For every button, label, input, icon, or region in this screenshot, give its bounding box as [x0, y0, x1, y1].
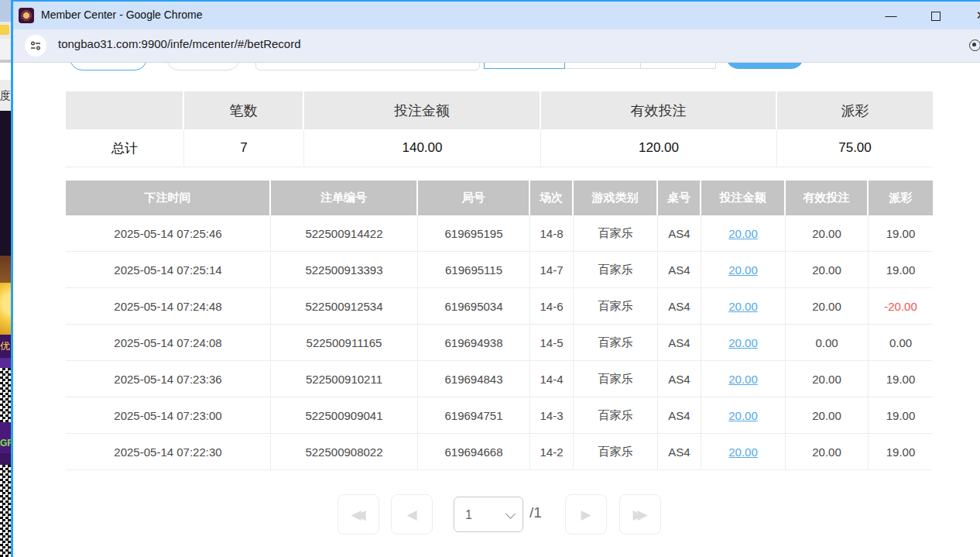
game-type-cell: 百家乐 [574, 361, 658, 397]
filter-tab[interactable] [166, 63, 240, 70]
background-fragment [0, 256, 11, 283]
bet-time-cell: 2025-05-14 07:22:30 [66, 434, 271, 470]
table-no-cell: AS4 [658, 288, 701, 325]
bet-id-cell: 522500913393 [271, 252, 418, 288]
game-type-cell: 百家乐 [574, 434, 658, 470]
folder-icon [0, 25, 9, 35]
table-no-cell: AS4 [658, 252, 701, 288]
bet-amount-value[interactable]: 20.00 [728, 227, 758, 240]
bet-amount-link[interactable]: 20.00 [701, 215, 786, 252]
session-cell: 14-4 [530, 361, 574, 397]
url-bar[interactable]: tongbao31.com:9900/infe/mcenter/#/betRec… [13, 29, 980, 63]
last-page-button[interactable]: ▶▶ [619, 494, 661, 535]
window-title: Member Center - Google Chrome [41, 9, 203, 21]
bet-amount-value[interactable]: 20.00 [728, 263, 758, 277]
bet-amount-value[interactable]: 20.00 [728, 445, 758, 459]
payout-cell: 19.00 [869, 397, 933, 434]
session-cell: 14-5 [530, 325, 574, 361]
bet-time-cell: 2025-05-14 07:24:48 [66, 288, 271, 325]
bet-table-body: 2025-05-14 07:25:46522500914422619695195… [66, 215, 933, 470]
header-bet-amount: 投注金额 [701, 181, 786, 215]
background-fragment [0, 453, 11, 465]
summary-total-row: 总计 7 140.00 120.00 75.00 [66, 129, 933, 167]
bet-id-cell: 522500911165 [271, 325, 418, 361]
search-button[interactable] [726, 63, 804, 69]
valid-bet-cell: 20.00 [786, 361, 869, 397]
summary-header-blank [66, 91, 184, 129]
date-range-input[interactable] [255, 63, 480, 70]
round-cell: 619695034 [418, 288, 530, 325]
valid-bet-cell: 20.00 [786, 288, 869, 325]
bet-amount-link[interactable]: 20.00 [701, 434, 786, 470]
bet-amount-value[interactable]: 20.00 [728, 373, 758, 386]
bet-amount-link[interactable]: 20.00 [701, 361, 786, 397]
header-table-no: 桌号 [658, 181, 701, 215]
bet-id-cell: 522500914422 [271, 215, 418, 252]
bet-amount-value[interactable]: 20.00 [728, 300, 758, 313]
session-cell: 14-2 [530, 434, 574, 470]
first-page-button[interactable]: ◀◀ [338, 494, 379, 535]
bet-id-cell: 522500912534 [271, 288, 418, 325]
summary-total-bet-amount: 140.00 [304, 129, 541, 167]
header-payout: 派彩 [869, 181, 933, 215]
payout-cell: 0.00 [869, 325, 933, 361]
table-row: 2025-05-14 07:23:36522500910211619694843… [66, 361, 933, 397]
payout-cell: -20.00 [869, 288, 933, 325]
screen: { "browser": { "title": "Member Center -… [0, 0, 980, 557]
background-text-fragment: 优 [0, 335, 11, 358]
background-fragment [0, 39, 11, 60]
bet-amount-link[interactable]: 20.00 [701, 397, 786, 434]
payout-cell: 19.00 [869, 361, 933, 397]
site-favicon-icon [19, 8, 34, 23]
table-no-cell: AS4 [658, 325, 701, 361]
filter-tab-active[interactable] [70, 63, 147, 70]
bet-amount-value[interactable]: 20.00 [728, 409, 758, 422]
maximize-button[interactable] [921, 2, 951, 29]
session-cell: 14-8 [530, 215, 574, 252]
url-text[interactable]: tongbao31.com:9900/infe/mcenter/#/betRec… [58, 37, 301, 50]
bet-amount-value[interactable]: 20.00 [728, 336, 758, 349]
table-no-cell: AS4 [658, 397, 701, 434]
table-no-cell: AS4 [658, 215, 701, 252]
bet-table-header-row: 下注时间 注单编号 局号 场次 游戏类别 桌号 投注金额 有效投注 派彩 [66, 181, 933, 215]
qr-code-fragment [0, 465, 11, 557]
next-page-button[interactable]: ▶ [565, 494, 607, 535]
summary-total-payout: 75.00 [777, 129, 933, 167]
minimize-button[interactable]: — [876, 2, 906, 29]
session-cell: 14-6 [530, 288, 574, 325]
background-fragment [0, 358, 11, 368]
background-text-fragment: 度 [0, 80, 11, 111]
quick-range-button[interactable] [564, 63, 641, 69]
bet-time-cell: 2025-05-14 07:25:14 [66, 252, 271, 288]
payout-cell: 19.00 [869, 215, 933, 252]
header-bet-id: 注单编号 [271, 181, 418, 215]
payout-cell: 19.00 [869, 434, 933, 470]
session-cell: 14-7 [530, 252, 574, 288]
table-row: 2025-05-14 07:25:46522500914422619695195… [66, 215, 933, 252]
close-button[interactable]: ✕ [966, 2, 980, 29]
prev-page-button[interactable]: ◀ [391, 494, 433, 535]
qr-code-fragment [0, 368, 11, 422]
bet-amount-link[interactable]: 20.00 [701, 252, 786, 288]
background-fragment [0, 422, 11, 434]
table-row: 2025-05-14 07:22:30522500908022619694668… [66, 434, 933, 470]
quick-range-button-active[interactable] [484, 63, 565, 69]
valid-bet-cell: 20.00 [786, 397, 869, 434]
bet-amount-link[interactable]: 20.00 [701, 325, 786, 361]
game-type-cell: 百家乐 [574, 288, 658, 325]
summary-header-row: 笔数 投注金额 有效投注 派彩 [66, 91, 933, 129]
summary-header-bet-amount: 投注金额 [304, 91, 541, 129]
gold-coin-graphic [0, 283, 11, 335]
round-cell: 619695195 [418, 215, 530, 252]
page-content: 笔数 投注金额 有效投注 派彩 总计 7 140.00 120.00 75.00… [13, 63, 980, 557]
site-settings-button[interactable] [25, 35, 46, 57]
background-fragment [0, 63, 11, 80]
page-select[interactable]: 1 [454, 497, 523, 532]
window-titlebar[interactable]: Member Center - Google Chrome — ✕ [13, 2, 980, 29]
valid-bet-cell: 20.00 [786, 252, 869, 288]
bet-amount-link[interactable]: 20.00 [701, 288, 786, 325]
quick-range-button[interactable] [640, 63, 716, 69]
bet-id-cell: 522500910211 [271, 361, 418, 397]
bet-id-cell: 522500909041 [271, 397, 418, 434]
target-icon[interactable] [969, 40, 980, 51]
